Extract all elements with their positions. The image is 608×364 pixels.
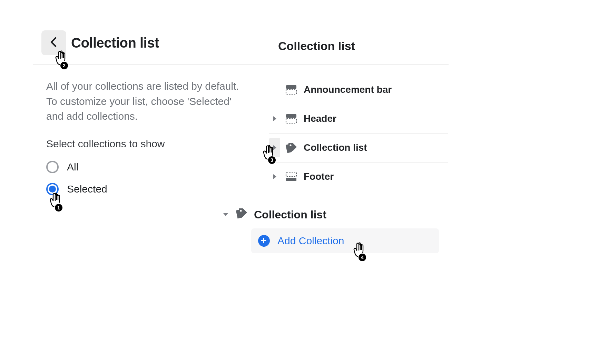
radio-all[interactable]: All [46,156,107,178]
tree-row-header[interactable]: Header [266,104,449,133]
radio-circle-checked-icon [46,183,59,195]
tree-row-label: Header [304,113,336,124]
chevron-left-icon [49,36,59,50]
divider [269,133,448,134]
collection-list-settings-panel: Collection list [41,30,252,66]
settings-header: Collection list [41,30,252,66]
expanded-title: Collection list [254,208,326,221]
sections-tree: Announcement bar Header Collection list … [266,75,449,191]
radio-label: Selected [67,183,107,195]
divider [269,162,448,163]
section-label: Select collections to show [46,138,165,150]
expanded-collection-list-block: Collection list Add Collection [221,205,442,253]
expanded-header[interactable]: Collection list [221,205,442,224]
plus-circle-icon [258,235,270,247]
radio-selected[interactable]: Selected [46,178,107,200]
tags-icon [284,142,298,153]
add-collection-label: Add Collection [277,235,344,247]
cursor-badge: 4 [358,253,367,262]
expand-caret[interactable] [269,138,280,157]
cursor-badge: 1 [54,203,63,212]
back-button[interactable] [41,30,66,55]
caret-down-icon [221,211,231,218]
section-icon [284,85,298,95]
expand-caret[interactable] [269,173,280,180]
divider [33,64,449,65]
tree-row-label: Footer [304,171,334,182]
tags-icon [235,208,250,222]
radio-label: All [67,161,78,173]
tree-row-label: Announcement bar [304,84,392,95]
tree-row-announcement-bar[interactable]: Announcement bar [266,75,449,104]
add-collection-button[interactable]: Add Collection [251,228,439,253]
expand-caret[interactable] [269,115,280,122]
radio-circle-icon [46,161,59,173]
settings-title: Collection list [71,35,159,51]
tree-title: Collection list [278,39,355,53]
settings-description: All of your collections are listed by de… [46,79,239,124]
radio-group: All Selected [46,156,107,200]
tree-row-footer[interactable]: Footer [266,162,449,191]
section-icon [284,171,298,182]
section-icon [284,114,298,124]
radio-dot-icon [49,186,56,193]
tree-row-label: Collection list [304,142,367,153]
tree-row-collection-list[interactable]: Collection list [266,133,449,162]
